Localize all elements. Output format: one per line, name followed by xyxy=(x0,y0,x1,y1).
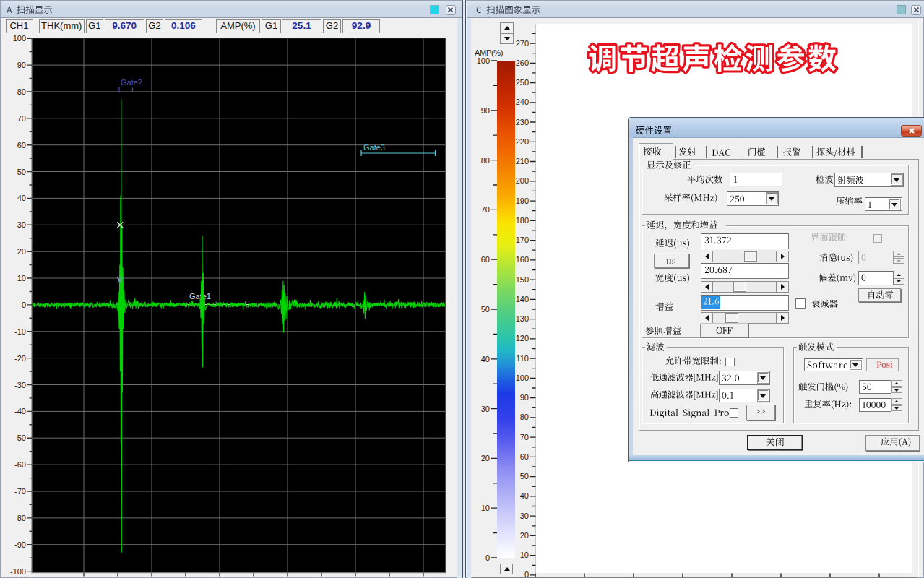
svg-text:Gate3: Gate3 xyxy=(363,143,385,152)
svg-text:Gate2: Gate2 xyxy=(121,78,142,87)
